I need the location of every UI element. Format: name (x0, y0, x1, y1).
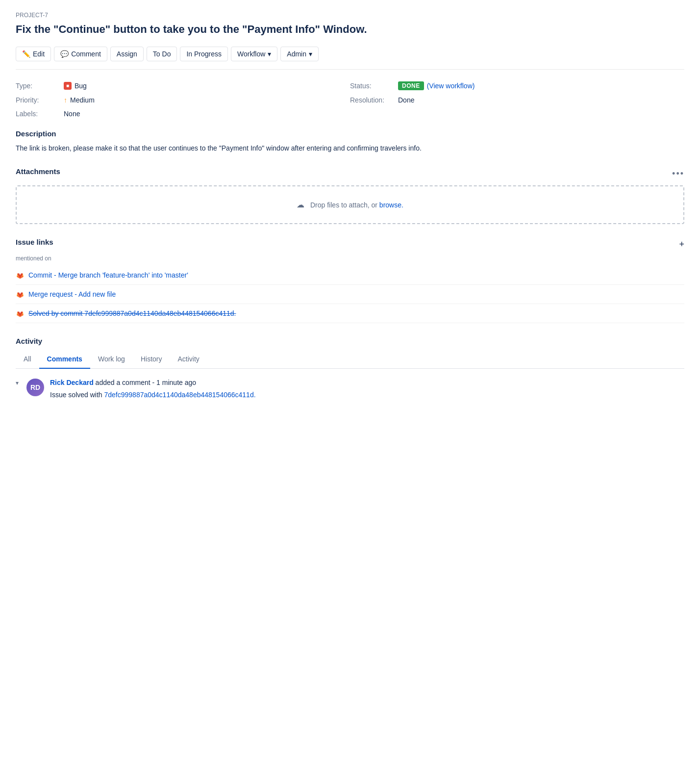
drop-text: Drop files to attach, or (310, 201, 377, 209)
resolution-label: Resolution: (350, 96, 394, 104)
browse-link[interactable]: browse. (379, 201, 403, 209)
link-solved-commit[interactable]: Solved by commit 7defc999887a0d4c1140da4… (28, 309, 236, 317)
attachments-section: Attachments ••• ☁ Drop files to attach, … (16, 167, 684, 224)
fields-grid: Type: ■ Bug Status: DONE (View workflow)… (16, 81, 684, 118)
priority-label: Priority: (16, 96, 60, 104)
attachments-header: Attachments ••• (16, 167, 684, 180)
activity-title: Activity (16, 337, 684, 345)
comment-meta-text: added a comment - 1 minute ago (96, 379, 196, 386)
issue-links-title: Issue links (16, 238, 53, 246)
priority-up-icon: ↑ (64, 96, 67, 104)
labels-value: None (64, 110, 80, 118)
chevron-down-icon: ▾ (309, 50, 312, 58)
description-title: Description (16, 129, 684, 138)
resolution-value: Done (398, 96, 414, 104)
drop-zone[interactable]: ☁ Drop files to attach, or browse. (16, 185, 684, 224)
comment-commit-link[interactable]: 7defc999887a0d4c1140da48eb448154066c411d… (104, 391, 256, 399)
edit-button[interactable]: ✏️ Edit (16, 47, 51, 61)
gitlab-icon (16, 309, 25, 318)
issue-title: Fix the "Continue" button to take you to… (16, 23, 684, 37)
link-item: Solved by commit 7defc999887a0d4c1140da4… (16, 304, 684, 323)
admin-button[interactable]: Admin ▾ (280, 47, 319, 61)
tab-activity[interactable]: Activity (170, 350, 207, 369)
status-field: Status: DONE (View workflow) (350, 81, 684, 90)
avatar: RD (26, 379, 44, 396)
activity-tabs: All Comments Work log History Activity (16, 350, 684, 369)
tab-comments[interactable]: Comments (39, 350, 90, 369)
gitlab-icon (16, 290, 25, 299)
resolution-field: Resolution: Done (350, 96, 684, 104)
type-label: Type: (16, 82, 60, 90)
more-options-icon[interactable]: ••• (672, 169, 684, 179)
comment-button[interactable]: 💬 Comment (54, 47, 107, 61)
type-field: Type: ■ Bug (16, 81, 350, 90)
gitlab-icon (16, 271, 25, 280)
activity-section: Activity All Comments Work log History A… (16, 337, 684, 400)
comment-meta: Rick Deckard added a comment - 1 minute … (50, 379, 684, 386)
project-id: PROJECT-7 (16, 12, 684, 19)
labels-label: Labels: (16, 110, 60, 118)
comment-icon: 💬 (60, 50, 69, 58)
tab-worklog[interactable]: Work log (90, 350, 133, 369)
link-commit[interactable]: Commit - Merge branch 'feature-branch' i… (28, 271, 188, 279)
status-done-badge: DONE (398, 81, 424, 90)
tab-history[interactable]: History (133, 350, 170, 369)
assign-button[interactable]: Assign (110, 47, 144, 61)
type-value: ■ Bug (64, 82, 87, 90)
issue-links-header: Issue links + (16, 238, 684, 251)
comment-text: Issue solved with 7defc999887a0d4c1140da… (50, 389, 684, 400)
description-text: The link is broken, please make it so th… (16, 143, 684, 153)
description-section: Description The link is broken, please m… (16, 129, 684, 153)
view-workflow-link[interactable]: (View workflow) (427, 82, 475, 90)
comment-text-before: Issue solved with (50, 391, 104, 399)
tab-all[interactable]: All (16, 350, 39, 369)
link-merge-request[interactable]: Merge request - Add new file (28, 290, 116, 298)
status-value: DONE (View workflow) (398, 81, 475, 90)
upload-icon: ☁ (297, 200, 304, 209)
collapse-icon[interactable]: ▾ (16, 380, 19, 386)
add-link-button[interactable]: + (679, 239, 684, 250)
link-item: Commit - Merge branch 'feature-branch' i… (16, 266, 684, 285)
comment-entry: ▾ RD Rick Deckard added a comment - 1 mi… (16, 379, 684, 400)
in-progress-button[interactable]: In Progress (180, 47, 228, 61)
issue-links-section: Issue links + mentioned on Commit - Merg… (16, 238, 684, 323)
comment-author[interactable]: Rick Deckard (50, 379, 94, 386)
pencil-icon: ✏️ (22, 50, 30, 58)
status-label: Status: (350, 82, 394, 90)
mentioned-on-label: mentioned on (16, 255, 684, 262)
priority-field: Priority: ↑ Medium (16, 96, 350, 104)
labels-field: Labels: None (16, 110, 684, 118)
link-item: Merge request - Add new file (16, 285, 684, 304)
toolbar: ✏️ Edit 💬 Comment Assign To Do In Progre… (16, 47, 684, 70)
attachments-title: Attachments (16, 167, 60, 176)
chevron-down-icon: ▾ (268, 50, 271, 58)
priority-value: ↑ Medium (64, 96, 95, 104)
bug-icon: ■ (64, 82, 72, 90)
workflow-button[interactable]: Workflow ▾ (231, 47, 277, 61)
todo-button[interactable]: To Do (147, 47, 177, 61)
comment-body: Rick Deckard added a comment - 1 minute … (50, 379, 684, 400)
